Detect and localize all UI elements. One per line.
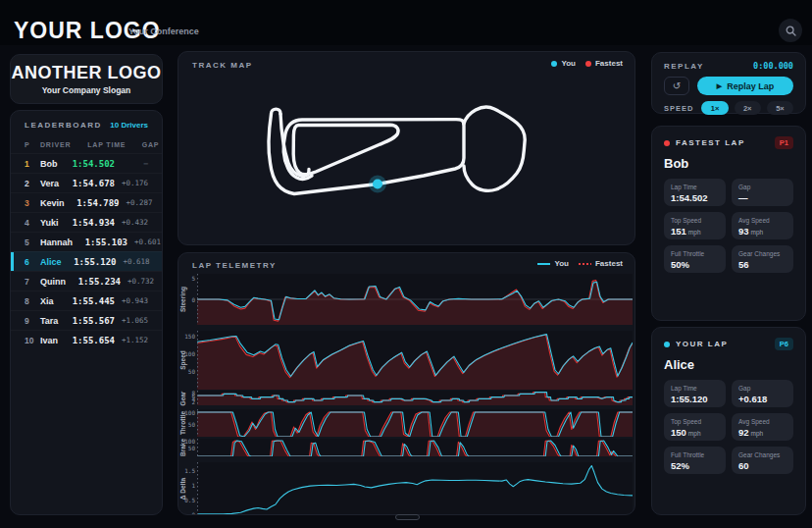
leaderboard-row[interactable]: 10Ivan1:55.654+1.152 [11, 330, 162, 349]
r-gap: +0.618 [117, 257, 150, 266]
conference-label: Your Conference [128, 26, 199, 36]
y-tick: 50 [179, 421, 195, 428]
r-pos: 3 [25, 198, 40, 208]
top-header: YOUR LOGO Your Conference [0, 0, 812, 45]
replay-speed-button-1x[interactable]: 1× [701, 101, 728, 115]
r-name: Alice [40, 257, 62, 267]
y-tick: 50 [179, 445, 195, 451]
replay-reset-button[interactable]: ↺ [664, 77, 689, 95]
stat-label: Top Speed [671, 418, 719, 425]
r-pos: 7 [25, 277, 40, 287]
col-laptime: LAP TIME [71, 141, 126, 148]
r-time: 1:55.445 [60, 296, 115, 306]
r-time: 1:55.654 [60, 336, 115, 345]
chart-svg-brake [197, 439, 633, 456]
replay-lap-button[interactable]: ▶ Replay Lap [697, 77, 793, 95]
stat-label: Lap Time [671, 184, 719, 190]
leaderboard-row[interactable]: 5Hannah1:55.103+0.601 [11, 232, 162, 251]
telemetry-subplot-speed: Speed15010050 [178, 331, 635, 390]
search-button[interactable] [779, 19, 802, 42]
telemetry-subplot-gear: Gear8642 [178, 391, 635, 405]
col-gap: GAP [126, 141, 159, 148]
stat-tile: Lap Time1:54.502 [664, 179, 726, 206]
col-position: P [25, 141, 40, 148]
y-tick: 0 [179, 511, 195, 516]
stat-unit: mph [751, 430, 764, 437]
horizontal-scrollbar-thumb[interactable] [395, 514, 420, 520]
r-gap: – [115, 159, 148, 168]
r-name: Yuki [40, 218, 60, 228]
r-gap: +1.152 [115, 336, 148, 344]
leaderboard-row[interactable]: 1Bob1:54.502– [11, 153, 162, 173]
leaderboard-row[interactable]: 7Quinn1:55.234+0.732 [11, 271, 162, 290]
col-driver: DRIVER [40, 141, 71, 148]
series-you-brake [197, 441, 633, 456]
chart-svg-gear [197, 391, 633, 405]
r-time: 1:55.234 [66, 277, 121, 287]
r-gap: +0.732 [121, 277, 154, 286]
stat-tile: Full Throttle50% [664, 245, 726, 273]
company-slogan: Your Company Slogan [42, 85, 131, 95]
stat-value: 92mph [738, 427, 787, 438]
replay-panel: REPLAY 0:00.000 ↺ ▶ Replay Lap SPEED 1×2… [651, 52, 806, 114]
r-pos: 10 [25, 336, 40, 345]
leaderboard-row[interactable]: 6Alice1:55.120+0.618 [11, 251, 162, 271]
search-icon [786, 26, 796, 36]
leaderboard-header: LEADERBOARD 10 Drivers [11, 111, 162, 135]
telemetry-legend: YouFastest [537, 259, 623, 268]
leaderboard-row[interactable]: 9Tara1:55.567+1.065 [11, 310, 162, 330]
your-lap-driver: Alice [664, 357, 793, 372]
leaderboard-row[interactable]: 3Kevin1:54.789+0.287 [11, 192, 162, 212]
fastest-lap-dot-icon [664, 140, 670, 146]
company-logo-card: ANOTHER LOGO Your Company Slogan [10, 54, 163, 104]
r-gap: +0.601 [127, 238, 161, 246]
y-tick: 5 [179, 275, 195, 282]
r-name: Tara [40, 316, 60, 326]
stat-value: — [738, 192, 787, 203]
r-pos: 9 [25, 316, 40, 326]
leaderboard-rows: 1Bob1:54.502–2Vera1:54.678+0.1763Kevin1:… [11, 153, 162, 349]
stat-tile: Avg Speed93mph [732, 212, 793, 239]
track-map-svg [178, 52, 634, 244]
y-tick: 50 [179, 368, 195, 375]
r-name: Quinn [40, 277, 66, 287]
telemetry-title: LAP TELEMETRY [192, 261, 277, 270]
r-pos: 4 [25, 218, 40, 228]
telemetry-subplot-steering: Steering50 [178, 274, 635, 325]
leaderboard-row[interactable]: 4Yuki1:54.934+0.432 [11, 212, 162, 232]
legend-swatch [537, 263, 550, 265]
legend-label: You [554, 259, 569, 268]
y-tick: 100 [179, 438, 195, 445]
chart-svg-steering [197, 274, 633, 325]
legend-swatch [579, 263, 591, 265]
leaderboard-title: LEADERBOARD [25, 121, 102, 130]
stat-label: Avg Speed [738, 418, 787, 425]
stat-value: 60 [738, 460, 787, 471]
dashboard-root: YOUR LOGO Your Conference ANOTHER LOGO Y… [0, 0, 812, 528]
fastest-lap-panel: FASTEST LAP P1 Bob Lap Time1:54.502Gap—T… [651, 126, 806, 321]
leaderboard-row[interactable]: 2Vera1:54.678+0.176 [11, 173, 162, 192]
legend-label: Fastest [595, 259, 623, 268]
series-you-delta [197, 466, 633, 514]
stat-tile: Gear Changes56 [732, 245, 793, 273]
stat-tile: Top Speed150mph [664, 413, 726, 441]
stat-unit: mph [688, 430, 701, 437]
stat-value: 93mph [738, 226, 787, 237]
stat-value: 150mph [671, 427, 719, 438]
stat-label: Gap [738, 385, 787, 392]
fastest-lap-stats: Lap Time1:54.502Gap—Top Speed151mphAvg S… [664, 179, 793, 273]
lap-telemetry-panel: LAP TELEMETRY YouFastest Steering50Speed… [178, 252, 635, 515]
r-name: Hannah [40, 238, 73, 247]
r-name: Xia [40, 296, 60, 306]
your-lap-dot-icon [664, 342, 670, 347]
stat-label: Gap [738, 184, 787, 190]
series-fastest-brake [197, 441, 633, 456]
stat-tile: Gap+0.618 [732, 380, 793, 407]
r-time: 1:54.502 [60, 159, 115, 169]
replay-speed-button-2x[interactable]: 2× [735, 101, 761, 115]
legend-item: Fastest [579, 259, 623, 268]
your-lap-title: YOUR LAP [676, 340, 769, 348]
r-time: 1:55.103 [73, 238, 127, 247]
leaderboard-row[interactable]: 8Xia1:55.445+0.943 [11, 290, 162, 310]
replay-speed-button-5x[interactable]: 5× [767, 101, 793, 115]
